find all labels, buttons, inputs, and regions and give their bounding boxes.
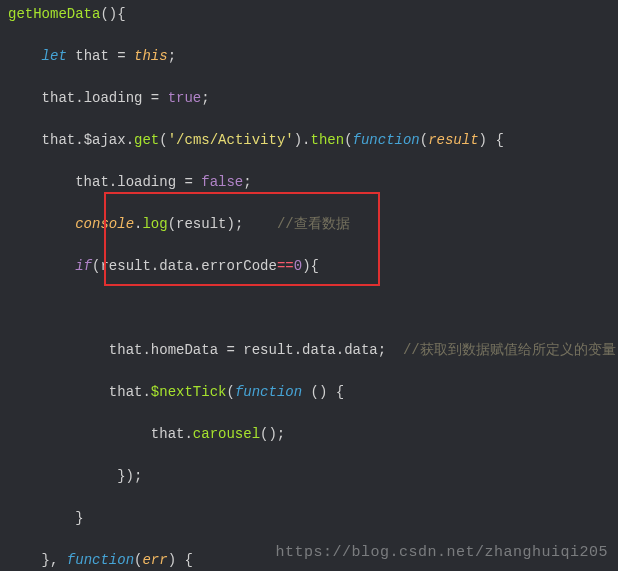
code-line <box>0 298 618 319</box>
code-line: }, function(err) { <box>0 550 618 571</box>
code-line: that.loading = false; <box>0 172 618 193</box>
code-line: getHomeData(){ <box>0 4 618 25</box>
code-line: if(result.data.errorCode==0){ <box>0 256 618 277</box>
code-line: } <box>0 508 618 529</box>
function-name: getHomeData <box>8 6 100 22</box>
code-line: that.carousel(); <box>0 424 618 445</box>
code-line: that.loading = true; <box>0 88 618 109</box>
code-line: that.homeData = result.data.data; //获取到数… <box>0 340 618 361</box>
comment: //查看数据 <box>277 216 350 232</box>
code-line: that.$ajax.get('/cms/Activity').then(fun… <box>0 130 618 151</box>
code-editor: getHomeData(){ let that = this; that.loa… <box>0 0 618 571</box>
code-line: console.log(result); //查看数据 <box>0 214 618 235</box>
code-line: }); <box>0 466 618 487</box>
code-line: let that = this; <box>0 46 618 67</box>
comment: //获取到数据赋值给所定义的变量 <box>403 342 616 358</box>
code-line: that.$nextTick(function () { <box>0 382 618 403</box>
